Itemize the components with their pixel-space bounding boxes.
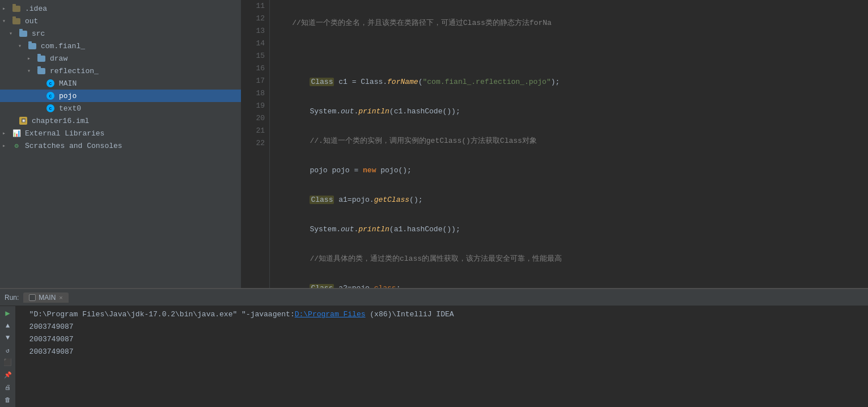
- label-com-fianl: com.fianl_: [41, 42, 85, 50]
- folder-icon-idea: [11, 5, 22, 12]
- console-output-3: 2003749087: [20, 346, 863, 358]
- icon-text0: C: [45, 104, 56, 112]
- run-tab-main[interactable]: MAIN ×: [23, 292, 68, 303]
- sidebar-item-chapter16[interactable]: 🔲 chapter16.iml: [0, 115, 241, 127]
- console-output-2: 2003749087: [20, 333, 863, 346]
- sidebar-item-text0[interactable]: C text0: [0, 102, 241, 115]
- code-editor: 11 12 13 14 15 16 17 18 19 20 21 22 //知道…: [242, 0, 868, 288]
- code-line-15: //.知道一个类的实例，调用实例的getClass()方法获取Class对象: [274, 135, 863, 147]
- code-line-16: pojo pojo = new pojo();: [274, 164, 863, 177]
- arrow-scratches: [2, 142, 11, 149]
- run-down-button[interactable]: ▼: [2, 333, 14, 344]
- sidebar-item-MAIN[interactable]: C MAIN: [0, 77, 241, 90]
- folder-icon-out: [11, 17, 22, 25]
- label-idea: .idea: [25, 5, 47, 13]
- folder-icon-src: [18, 29, 28, 37]
- run-play-button[interactable]: ▶: [2, 308, 14, 319]
- code-line-14: System.out.println(c1.hashCode());: [274, 105, 863, 118]
- sidebar-item-scratches[interactable]: ⚙ Scratches and Consoles: [0, 139, 241, 152]
- code-line-19: //知道具体的类，通过类的class的属性获取，该方法最安全可靠，性能最高: [274, 253, 863, 265]
- icon-MAIN: C: [45, 79, 56, 87]
- run-stop-button[interactable]: ⬛: [2, 358, 14, 368]
- console-command-line: "D:\Program Files\Java\jdk-17.0.2\bin\ja…: [20, 308, 863, 321]
- icon-pojo: C: [45, 92, 56, 100]
- sidebar: .idea out src com.fianl_: [0, 0, 242, 288]
- run-print-button[interactable]: 🖨: [2, 383, 14, 393]
- console-content[interactable]: "D:\Program Files\Java\jdk-17.0.2\bin\ja…: [16, 306, 868, 407]
- label-out: out: [25, 17, 38, 26]
- label-chapter16: chapter16.iml: [32, 117, 89, 125]
- folder-icon-com-fianl: [27, 42, 37, 50]
- icon-external-libs: 📊: [11, 129, 22, 137]
- tab-icon: [29, 294, 36, 301]
- arrow-reflection: [27, 67, 36, 74]
- folder-icon-draw: [36, 54, 46, 62]
- code-content[interactable]: //知道一个类的全名，并且该类在类路径下，可通过Class类的静态方法forNa…: [270, 0, 868, 288]
- run-up-button[interactable]: ▲: [2, 321, 14, 331]
- run-rerun-button[interactable]: ↺: [2, 345, 14, 355]
- arrow-com-fianl: [18, 43, 27, 49]
- sidebar-item-external-libs[interactable]: 📊 External Libraries: [0, 127, 241, 139]
- label-external-libs: External Libraries: [25, 129, 104, 138]
- sidebar-item-out[interactable]: out: [0, 15, 241, 27]
- run-tab-label: MAIN: [39, 294, 56, 302]
- label-text0: text0: [59, 104, 81, 113]
- run-trash-button[interactable]: 🗑: [2, 395, 14, 405]
- bottom-panel: Run: MAIN × ▶ ▲ ▼ ↺ ⬛ 📌 🖨 🗑 "D:\Program …: [0, 288, 868, 407]
- run-pin-button[interactable]: 📌: [2, 370, 14, 380]
- code-line-11: //知道一个类的全名，并且该类在类路径下，可通过Class类的静态方法forNa: [274, 17, 863, 29]
- console-output-1: 2003749087: [20, 321, 863, 333]
- console-link[interactable]: D:\Program Files: [295, 310, 366, 319]
- label-pojo: pojo: [59, 92, 77, 100]
- code-line-17: Class a1=pojo.getClass();: [274, 194, 863, 206]
- sidebar-item-draw[interactable]: draw: [0, 52, 241, 65]
- main-area: .idea out src com.fianl_: [0, 0, 868, 288]
- label-draw: draw: [50, 54, 67, 63]
- run-tab-bar: Run: MAIN ×: [0, 289, 868, 306]
- sidebar-item-com-fianl[interactable]: com.fianl_: [0, 40, 241, 52]
- code-line-12: [274, 46, 863, 59]
- run-toolbar: ▶ ▲ ▼ ↺ ⬛ 📌 🖨 🗑: [0, 306, 16, 407]
- label-reflection: reflection_: [50, 67, 99, 75]
- code-line-18: System.out.println(a1.hashCode());: [274, 223, 863, 236]
- arrow-idea: [2, 5, 11, 12]
- label-src: src: [32, 29, 45, 38]
- label-MAIN: MAIN: [59, 79, 77, 88]
- console-text: "D:\Program Files\Java\jdk-17.0.2\bin\ja…: [20, 308, 863, 405]
- tab-close-button[interactable]: ×: [59, 294, 62, 301]
- arrow-draw: [27, 55, 36, 62]
- arrow-external-libs: [2, 130, 11, 137]
- icon-chapter16: 🔲: [18, 117, 28, 125]
- label-scratches: Scratches and Consoles: [25, 142, 122, 150]
- icon-scratches: ⚙: [11, 142, 22, 150]
- arrow-out: [2, 18, 11, 24]
- code-line-20: Class a2=pojo.class;: [274, 282, 863, 288]
- arrow-src: [9, 30, 18, 37]
- sidebar-item-reflection[interactable]: reflection_: [0, 65, 241, 77]
- code-line-13: Class c1 = Class.forName("com.fianl_.ref…: [274, 76, 863, 88]
- line-numbers: 11 12 13 14 15 16 17 18 19 20 21 22: [242, 0, 270, 288]
- sidebar-item-src[interactable]: src: [0, 27, 241, 40]
- folder-icon-reflection: [36, 67, 46, 75]
- sidebar-item-pojo[interactable]: C pojo: [0, 90, 241, 102]
- sidebar-item-idea[interactable]: .idea: [0, 2, 241, 15]
- run-label: Run:: [5, 294, 19, 302]
